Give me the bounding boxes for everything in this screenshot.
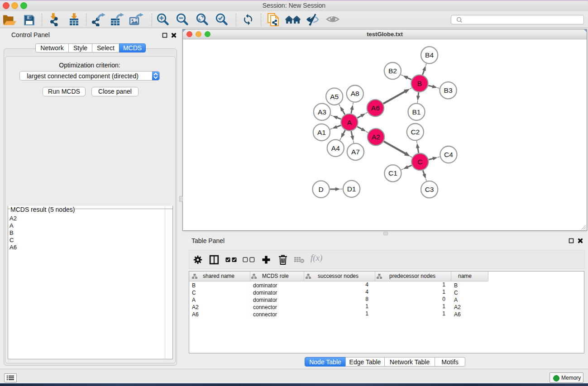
svg-text:C: C xyxy=(417,158,422,166)
svg-text:A4: A4 xyxy=(331,144,340,152)
svg-text:B3: B3 xyxy=(444,86,453,94)
svg-text:D: D xyxy=(318,186,323,193)
svg-text:A1: A1 xyxy=(317,129,326,136)
svg-text:A8: A8 xyxy=(351,90,359,97)
svg-text:C4: C4 xyxy=(444,151,453,158)
svg-text:B1: B1 xyxy=(412,108,421,116)
svg-text:C3: C3 xyxy=(425,186,434,193)
svg-text:C1: C1 xyxy=(388,169,397,177)
svg-text:D1: D1 xyxy=(347,185,356,193)
svg-text:A3: A3 xyxy=(318,108,326,116)
svg-text:A: A xyxy=(347,119,352,126)
svg-text:B: B xyxy=(417,80,422,87)
svg-text:A6: A6 xyxy=(371,104,380,112)
svg-text:B2: B2 xyxy=(388,67,397,75)
svg-text:B4: B4 xyxy=(425,51,434,59)
svg-text:A7: A7 xyxy=(351,148,360,156)
svg-text:A2: A2 xyxy=(372,133,380,141)
svg-text:C2: C2 xyxy=(411,128,420,136)
svg-text:A5: A5 xyxy=(330,93,339,100)
